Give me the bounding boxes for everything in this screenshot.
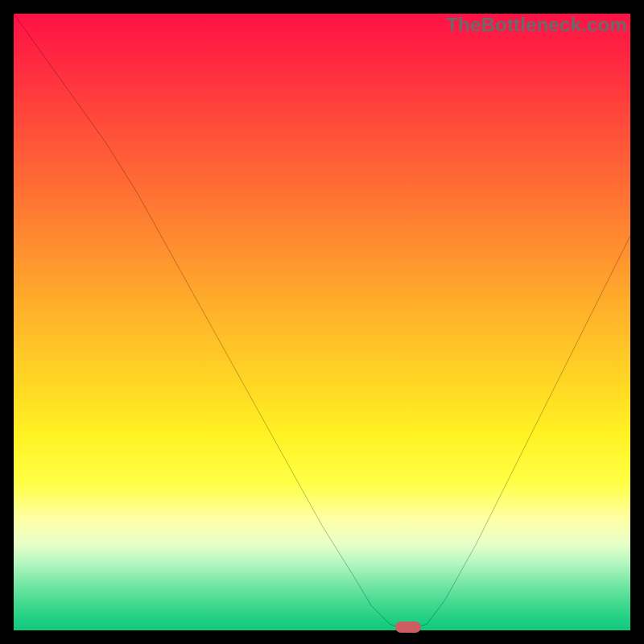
chart-frame: TheBottleneck.com — [0, 0, 644, 644]
minimum-marker — [395, 621, 421, 633]
plot-area: TheBottleneck.com — [14, 14, 630, 630]
bottleneck-curve — [14, 14, 630, 630]
